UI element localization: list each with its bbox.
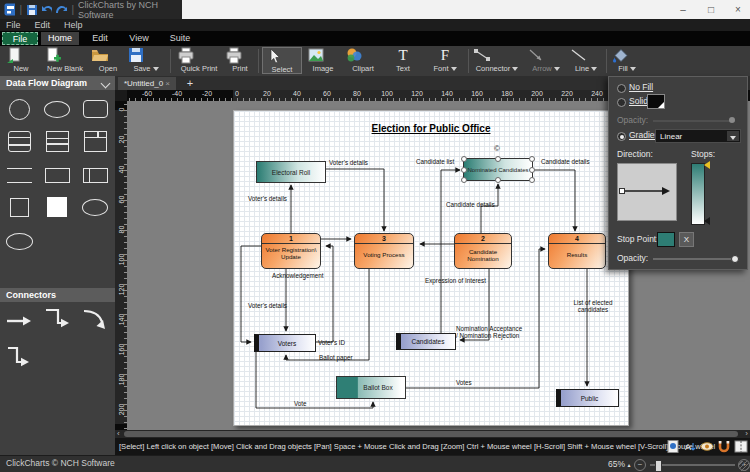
selection-handle[interactable] [461,167,467,173]
selection-handle[interactable] [529,167,535,173]
tab-file[interactable]: File [2,32,38,45]
page[interactable]: Election for Public Office [233,110,629,426]
shape-divided-process[interactable] [4,128,34,154]
scroll-left-icon[interactable]: ‹ [117,430,120,438]
connector[interactable] [481,184,498,233]
new-blank-button[interactable]: New Blank [42,47,88,74]
arrow-dropdown-icon[interactable] [554,67,560,71]
print-button[interactable]: Print [224,47,256,74]
zoom-level[interactable]: 65% ▴ [608,459,630,469]
connector-elbow-arrow-2[interactable] [4,344,34,370]
shape-square[interactable] [4,194,34,220]
gradient-stop-marker-top[interactable] [704,161,710,169]
flow-label[interactable]: Candidate list [416,158,454,165]
opacity-slider[interactable] [653,258,735,260]
eye-icon[interactable] [700,440,714,453]
save-button[interactable]: Save [126,47,166,74]
undo-icon[interactable] [41,4,52,15]
flow-label[interactable]: Ballot paper [319,354,353,361]
save-icon[interactable] [26,4,37,16]
new-tab-button[interactable]: + [183,76,197,90]
tab-home[interactable]: Home [41,32,79,45]
tab-suite[interactable]: Suite [160,32,200,45]
open-button[interactable]: Open [90,47,126,74]
minimize-button[interactable]: – [672,3,694,16]
close-button[interactable]: × [727,3,749,16]
delete-stop-button[interactable]: X [679,232,694,247]
fill-dropdown-icon[interactable] [630,67,636,71]
zoom-slider[interactable] [650,464,735,466]
selection-handle[interactable] [461,156,467,162]
flow-label[interactable]: Voter's details [248,195,287,202]
selection-handle[interactable] [529,177,535,183]
scrollbar-thumb[interactable] [124,431,738,437]
section-connectors[interactable]: Connectors [0,288,115,302]
magnet-icon[interactable] [717,440,731,453]
flow-label[interactable]: Votes [456,379,472,386]
stop-point-color-swatch[interactable] [657,232,675,247]
connector[interactable] [326,169,384,231]
node-ballot-box[interactable]: Ballot Box [336,376,406,399]
gradient-radio[interactable] [617,132,626,141]
node-candidates[interactable]: Candidates [396,333,456,350]
zoom-slider-handle[interactable] [655,460,662,472]
text-button[interactable]: T Text [386,47,420,74]
resize-grip[interactable] [739,461,749,471]
selection-handle[interactable] [529,156,535,162]
maximize-button[interactable]: □ [700,3,722,16]
quick-print-button[interactable]: Quick Print [176,47,222,74]
scroll-right-icon[interactable]: › [745,430,748,438]
flow-label[interactable]: Candidate details [446,201,495,208]
font-button[interactable]: F Font [424,47,466,74]
connector-dropdown-icon[interactable] [512,67,518,71]
tab-view[interactable]: View [121,32,157,45]
font-dropdown-icon[interactable] [451,67,457,71]
document-tab[interactable]: *Untitled_0 × [118,77,176,90]
gradient-direction-box[interactable] [617,163,677,221]
flow-label[interactable]: Nomination Acceptance / Nomination Rejec… [456,325,522,339]
clipart-button[interactable]: Clipart [344,47,382,74]
tab-close-icon[interactable]: × [165,79,170,88]
letter-a-icon[interactable]: A [683,440,697,453]
flow-label[interactable]: Voter's details [248,302,287,309]
flow-label[interactable]: Candidate details [541,158,590,165]
zoom-out-button[interactable]: − [634,459,646,471]
shape-split-top-rectangle[interactable] [80,128,110,154]
selection-handle[interactable] [495,177,501,183]
node-nominated-candidates[interactable]: Nominated Candidates © [463,158,533,181]
shape-rectangle[interactable] [42,162,72,188]
save-dropdown-icon[interactable] [153,67,159,71]
connector[interactable] [406,249,545,388]
horizontal-scrollbar[interactable]: ‹ › [115,430,750,438]
connector-curved-arrow[interactable] [80,306,110,332]
new-button[interactable]: New [4,47,38,74]
shape-rounded-rectangle[interactable] [80,96,110,122]
process-voter-registration[interactable]: 1 Voter Registration\ Update [261,233,321,269]
flow-label[interactable]: Vote [294,400,307,407]
select-button[interactable]: Select [262,47,302,74]
no-fill-radio[interactable] [617,84,626,93]
shape-divided-process-2[interactable] [42,128,72,154]
menu-file[interactable]: File [6,20,21,30]
image-button[interactable]: Image [306,47,340,74]
gradient-stop-marker-bottom[interactable] [704,217,710,225]
arrow-button[interactable]: Arrow [526,47,566,74]
process-candidate-nomination[interactable]: 2 Candidate Nomination [454,233,512,269]
tab-edit[interactable]: Edit [82,32,118,45]
gradient-type-select[interactable]: Linear [655,129,741,143]
connector-button[interactable]: Connector [472,47,522,74]
shape-open-data-store[interactable] [4,162,34,188]
node-public[interactable]: Public [556,389,619,407]
process-results[interactable]: 4 Results [548,233,606,269]
shape-ellipse-3[interactable] [4,228,34,254]
shape-ellipse-2[interactable] [80,194,110,220]
selection-handle[interactable] [461,177,467,183]
flow-label[interactable]: Voter's ID [318,339,345,346]
flow-label[interactable]: Voter's details [329,159,368,166]
fill-button[interactable]: Fill [610,47,644,74]
node-electoral-roll[interactable]: Electoral Roll [256,161,326,183]
connector[interactable] [241,246,261,342]
process-voting-process[interactable]: 3 Voting Process [354,233,414,269]
connector-straight-arrow[interactable] [4,308,34,334]
line-button[interactable]: Line [568,47,604,74]
